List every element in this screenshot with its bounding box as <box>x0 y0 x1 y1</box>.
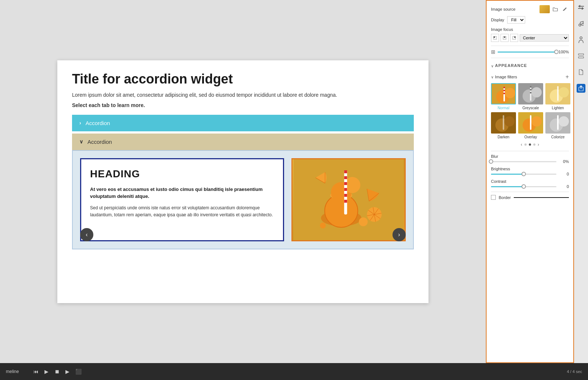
focus-btn-topright[interactable] <box>510 34 518 42</box>
filters-collapse-icon[interactable]: ∨ <box>491 75 494 79</box>
focus-grid: Center <box>491 34 569 42</box>
blur-value: 0% <box>559 159 569 164</box>
folder-icon[interactable] <box>551 6 559 13</box>
svg-rect-61 <box>578 54 584 55</box>
svg-rect-53 <box>530 115 531 130</box>
filter-next-page[interactable]: › <box>538 142 539 147</box>
image-thumbnail-icon[interactable] <box>539 5 550 13</box>
caption-btn[interactable]: ⬛ <box>75 369 82 374</box>
filter-darken[interactable]: Darken <box>491 112 516 139</box>
border-checkbox[interactable] <box>491 195 496 200</box>
svg-point-52 <box>531 116 542 127</box>
filter-colorize-thumb <box>545 112 570 134</box>
image-card[interactable] <box>291 158 406 241</box>
svg-rect-13 <box>344 200 347 203</box>
collapse-icon[interactable]: ∨ <box>491 64 494 68</box>
filter-normal[interactable]: Normal <box>491 83 516 110</box>
accordion-content: HEADING At vero eos et accusamus et iust… <box>72 150 414 249</box>
svg-point-47 <box>504 116 514 127</box>
display-label: Display <box>491 18 504 22</box>
appearance-header: ∨ APPEARANCE <box>491 61 569 71</box>
right-panel: Image source Display Fill Image f <box>486 0 574 363</box>
timeline-time: 4 / 4 sec <box>567 369 582 374</box>
brightness-slider-row: 0 <box>491 172 569 176</box>
opacity-value: 100% <box>559 50 569 54</box>
opacity-track[interactable] <box>498 52 556 53</box>
filter-overlay[interactable]: Overlay <box>518 112 543 139</box>
text-card: HEADING At vero eos et accusamus et iust… <box>80 158 284 241</box>
image-focus-label: Image focus <box>491 27 569 32</box>
svg-point-60 <box>580 37 582 39</box>
opacity-slider-row: ⊞ 100% <box>491 49 569 55</box>
chevron-down-icon: ∨ <box>79 139 83 145</box>
svg-rect-31 <box>503 87 505 88</box>
slide-description: Lorem ipsum dolor sit amet, consectetur … <box>72 92 414 98</box>
page-dot-3 <box>533 143 535 146</box>
border-row: Border <box>491 195 569 200</box>
focus-btn-top[interactable] <box>501 34 509 42</box>
svg-rect-39 <box>530 89 531 90</box>
image-source-icons <box>539 5 569 13</box>
document-icon[interactable] <box>577 68 585 77</box>
opacity-icon: ⊞ <box>491 49 495 55</box>
contrast-label-row: Contrast <box>491 179 569 184</box>
text-card-bold: At vero eos et accusamus et iusto odio c… <box>90 186 274 200</box>
filter-prev-page[interactable]: ‹ <box>521 142 522 147</box>
filter-overlay-thumb <box>518 112 543 134</box>
prev-arrow[interactable]: ‹ <box>80 228 93 241</box>
filter-greyscale[interactable]: Greyscale <box>518 83 543 110</box>
filter-lighten[interactable]: Lighten <box>545 83 570 110</box>
accordion-label-1: Accordion <box>86 120 110 126</box>
character-icon[interactable] <box>577 35 585 44</box>
svg-rect-24 <box>504 36 505 38</box>
music-icon[interactable] <box>577 19 585 28</box>
accordion-item-1: › Accordion <box>72 115 414 131</box>
page-dot-1 <box>524 143 527 146</box>
svg-rect-33 <box>503 93 505 94</box>
focus-btn-topleft[interactable] <box>491 34 499 42</box>
brightness-track[interactable] <box>491 174 556 175</box>
svg-point-20 <box>359 217 368 226</box>
share-icon[interactable] <box>577 84 585 93</box>
svg-rect-44 <box>557 86 559 101</box>
edit-icon[interactable] <box>561 6 569 13</box>
svg-rect-57 <box>557 115 559 130</box>
svg-rect-32 <box>503 90 505 91</box>
svg-point-19 <box>320 223 326 228</box>
accordion-header-tan[interactable]: ∨ Accordion <box>72 134 414 150</box>
timeline-progress: 4 / 4 sec <box>89 369 582 374</box>
brightness-value: 0 <box>559 172 569 176</box>
accordion-item-2: ∨ Accordion HEADING At vero eos et accus… <box>72 134 414 249</box>
resize-icon[interactable] <box>577 3 585 12</box>
filter-grid: Normal Greyscale Lighten D <box>491 83 569 139</box>
filters-add-icon[interactable]: + <box>566 74 569 80</box>
filter-normal-thumb <box>491 83 516 104</box>
brightness-label-row: Brightness <box>491 167 569 171</box>
accordion-header-blue[interactable]: › Accordion <box>72 115 414 131</box>
stop-btn[interactable]: ⏹ <box>54 369 60 374</box>
svg-rect-38 <box>530 86 531 88</box>
svg-rect-11 <box>344 188 347 191</box>
contrast-value: 0 <box>559 184 569 189</box>
play-forward-btn[interactable]: ▶ <box>65 369 69 374</box>
image-source-label: Image source <box>491 7 516 11</box>
play-btn[interactable]: ▶ <box>44 369 49 374</box>
next-arrow[interactable]: › <box>392 228 406 241</box>
display-select[interactable]: Fill <box>507 16 525 24</box>
filters-header: ∨ Image filters + <box>491 74 569 80</box>
filters-label: Image filters <box>495 75 517 79</box>
focus-select[interactable]: Center <box>520 34 569 42</box>
layers-icon[interactable] <box>577 52 585 60</box>
filter-colorize[interactable]: Colorize <box>545 112 570 139</box>
contrast-label: Contrast <box>491 179 506 184</box>
border-label: Border <box>499 195 511 200</box>
svg-point-56 <box>559 116 569 127</box>
chevron-right-icon: › <box>79 120 81 126</box>
blur-track[interactable] <box>491 161 556 162</box>
blur-label: Blur <box>491 154 498 159</box>
svg-rect-9 <box>344 176 347 179</box>
skip-back-btn[interactable]: ⏮ <box>33 369 39 374</box>
outer-icons <box>574 0 588 363</box>
contrast-track[interactable] <box>491 186 556 187</box>
filter-darken-thumb <box>491 112 516 134</box>
